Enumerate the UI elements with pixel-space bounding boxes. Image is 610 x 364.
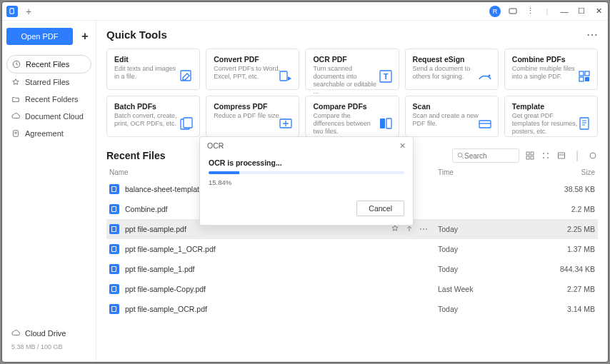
tool-title: Request eSign <box>413 55 491 64</box>
svg-rect-16 <box>184 118 192 128</box>
calendar-icon[interactable] <box>556 151 566 161</box>
titlebar-controls: R ⋮ | — ☐ ✕ <box>489 6 604 17</box>
tool-desc: Combine multiple files into a single PDF… <box>512 65 580 81</box>
tool-card-convert-pdf[interactable]: Convert PDFConvert PDFs to Word, Excel, … <box>206 49 299 90</box>
modal-close-button[interactable]: ✕ <box>399 141 406 150</box>
tool-icon <box>379 116 393 131</box>
cancel-button[interactable]: Cancel <box>356 201 404 216</box>
minimize-button[interactable]: — <box>559 6 569 16</box>
tool-title: Convert PDF <box>214 55 291 64</box>
sidebar-item-recent-folders[interactable]: Recent Folders <box>6 91 91 108</box>
svg-rect-19 <box>386 118 391 128</box>
file-time: Last Week <box>438 285 545 293</box>
svg-rect-31 <box>531 156 534 159</box>
new-tab-button[interactable]: + <box>24 6 34 16</box>
sidebar-item-starred-files[interactable]: Starred Files <box>6 74 91 91</box>
tool-title: Combine PDFs <box>512 55 590 64</box>
tool-icon <box>279 116 293 131</box>
clock-icon <box>12 60 21 69</box>
svg-rect-12 <box>585 71 589 76</box>
file-row[interactable]: ppt file-sample_1_OCR.pdfToday1.37 MB <box>106 239 598 259</box>
tool-desc: Edit texts and images in a file. <box>114 65 182 81</box>
tool-card-compare-pdfs[interactable]: Compare PDFsCompare the differences betw… <box>305 96 399 137</box>
tool-icon: T <box>379 69 393 84</box>
file-row[interactable]: ppt file-sample_OCR.pdfToday3.14 MB <box>106 299 598 319</box>
search-input[interactable] <box>464 152 514 160</box>
app-window: + R ⋮ | — ☐ ✕ Open PDF + Recent FilesSta… <box>1 1 609 363</box>
file-name: ppt file-sample_1_OCR.pdf <box>125 245 438 253</box>
list-view-icon[interactable] <box>525 151 535 161</box>
file-size: 2.2 MB <box>545 205 595 213</box>
svg-point-26 <box>458 153 462 157</box>
file-row[interactable]: ppt file-sample_1.pdfToday844.34 KB <box>106 259 598 279</box>
tool-icon <box>179 69 194 84</box>
svg-rect-1 <box>509 9 516 14</box>
search-icon <box>457 152 464 159</box>
tool-desc: Convert PDFs to Word, Excel, PPT, etc. <box>214 65 281 81</box>
file-size: 1.37 MB <box>545 245 595 253</box>
tool-desc: Send a document to others for signing. <box>413 65 481 81</box>
more-icon[interactable]: ⋯ <box>419 224 428 234</box>
svg-line-27 <box>462 157 464 159</box>
cloud-icon <box>11 329 20 338</box>
pdf-file-icon <box>109 204 119 214</box>
svg-point-34 <box>543 157 544 158</box>
tool-card-combine-pdfs[interactable]: Combine PDFsCombine multiple files into … <box>504 49 598 90</box>
pdf-file-icon <box>109 304 119 314</box>
processing-label: OCR is processing... <box>209 158 404 167</box>
chat-icon[interactable] <box>508 6 518 16</box>
tool-card-scan[interactable]: ScanScan and create a new PDF file. <box>405 96 499 137</box>
svg-point-32 <box>543 153 544 154</box>
sidebar-item-document-cloud[interactable]: Document Cloud <box>6 108 91 125</box>
tool-icon <box>478 69 492 84</box>
tool-icon <box>577 69 591 84</box>
star-icon <box>11 78 20 86</box>
file-name: ppt file-sample_OCR.pdf <box>125 305 438 313</box>
cloud-drive-link[interactable]: Cloud Drive <box>6 325 91 342</box>
maximize-button[interactable]: ☐ <box>576 6 586 16</box>
pdf-file-icon <box>109 184 119 194</box>
titlebar: + R ⋮ | — ☐ ✕ <box>2 2 608 21</box>
grid-view-icon[interactable] <box>541 151 551 161</box>
cloud-drive-label: Cloud Drive <box>25 329 66 338</box>
quick-tools-title: Quick Tools <box>106 29 167 41</box>
file-time: Today <box>438 245 545 253</box>
tool-card-template[interactable]: TemplateGet great PDF templates for resu… <box>504 96 598 137</box>
pdf-file-icon <box>109 284 119 294</box>
open-pdf-button[interactable]: Open PDF <box>6 28 73 45</box>
svg-rect-30 <box>526 156 529 159</box>
tool-desc: Reduce a PDF file size. <box>214 112 281 120</box>
svg-rect-18 <box>380 118 385 128</box>
tool-card-request-esign[interactable]: Request eSignSend a document to others f… <box>405 49 499 90</box>
kebab-menu-icon[interactable]: ⋮ <box>525 6 535 16</box>
file-name: ppt file-sample.pdf <box>125 225 391 233</box>
sidebar-item-label: Agreement <box>25 129 64 138</box>
recent-files-title: Recent Files <box>106 150 165 161</box>
svg-rect-11 <box>579 71 584 76</box>
sidebar-item-label: Recent Folders <box>25 95 79 103</box>
sidebar-item-recent-files[interactable]: Recent Files <box>6 55 91 74</box>
add-button[interactable]: + <box>79 30 91 43</box>
tool-title: Template <box>512 102 590 111</box>
file-size: 38.58 KB <box>545 185 595 193</box>
pdf-file-icon <box>109 264 119 274</box>
tool-card-batch-pdfs[interactable]: Batch PDFsBatch convert, create, print, … <box>106 96 200 137</box>
modal-title: OCR <box>207 141 224 150</box>
col-size: Size <box>545 168 595 176</box>
tool-desc: Compare the differences between two file… <box>313 112 381 135</box>
file-row[interactable]: ppt file-sample-Copy.pdfLast Week2.27 MB <box>106 279 598 299</box>
refresh-icon[interactable] <box>588 151 598 161</box>
search-box[interactable] <box>452 148 519 163</box>
close-button[interactable]: ✕ <box>594 6 604 16</box>
quick-tools-grid: EditEdit texts and images in a file.Conv… <box>106 49 598 137</box>
file-size: 844.34 KB <box>545 265 595 273</box>
tool-icon <box>279 69 293 84</box>
pdf-file-icon <box>109 244 119 254</box>
quick-tools-more-icon[interactable]: ⋯ <box>586 28 598 41</box>
tool-desc: Turn scanned documents into searchable o… <box>313 65 381 96</box>
user-avatar[interactable]: R <box>489 6 501 17</box>
tool-card-ocr-pdf[interactable]: OCR PDFTurn scanned documents into searc… <box>305 49 399 90</box>
tool-card-compress-pdf[interactable]: Compress PDFReduce a PDF file size. <box>206 96 299 137</box>
tool-card-edit[interactable]: EditEdit texts and images in a file. <box>106 49 200 90</box>
sidebar-item-agreement[interactable]: Agreement <box>6 125 91 142</box>
